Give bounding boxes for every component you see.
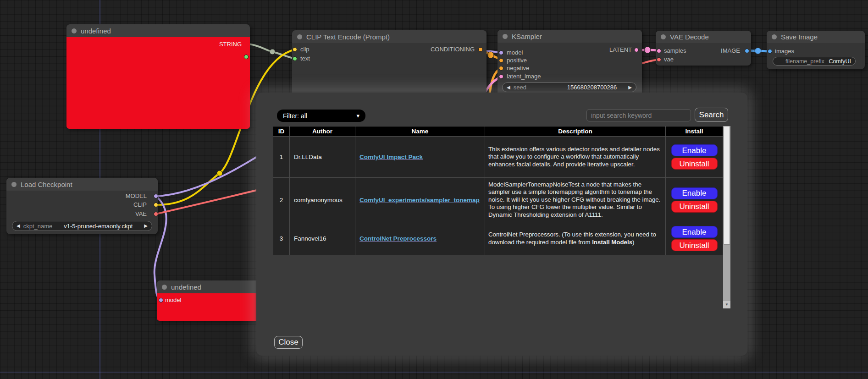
row-id: 3	[273, 222, 290, 255]
row-id: 1	[273, 137, 290, 178]
input-dot-images[interactable]	[768, 49, 772, 54]
next-arrow-icon[interactable]: ▶	[144, 224, 148, 228]
input-dot-negative[interactable]	[499, 66, 503, 71]
search-button[interactable]: Search	[695, 108, 728, 122]
collapse-dot-icon[interactable]	[72, 28, 77, 33]
input-dot-latent-image[interactable]	[499, 74, 503, 79]
seed-widget[interactable]: ◀ seed 156680208700286 ▶	[502, 82, 636, 92]
output-dot-clip[interactable]	[154, 203, 158, 207]
increment-arrow-icon[interactable]: ▶	[628, 85, 632, 90]
table-header-row: ID Author Name Description Install	[273, 126, 723, 137]
input-slot-positive: positive	[507, 57, 527, 64]
chevron-down-icon: ▾	[356, 112, 359, 119]
reroute-dot-latent	[644, 47, 651, 53]
collapse-dot-icon[interactable]	[162, 285, 167, 290]
input-slot-images: images	[775, 48, 794, 55]
output-dot-image[interactable]	[745, 49, 749, 53]
row-description: ControlNet Preprocessors. (To use this e…	[485, 222, 666, 255]
row-author: Dr.Lt.Data	[290, 137, 355, 178]
node-header[interactable]: Save Image	[767, 31, 865, 43]
row-author: Fannovel16	[290, 222, 355, 255]
node-title: Load Checkpoint	[21, 181, 72, 188]
close-button[interactable]: Close	[274, 336, 303, 349]
row-id: 2	[273, 178, 290, 222]
node-header[interactable]: KSampler	[498, 30, 642, 43]
input-slot-latent-image: latent_image	[507, 73, 541, 80]
output-slot-string: STRING	[219, 41, 242, 48]
uninstall-button[interactable]: Uninstall	[671, 158, 718, 170]
node-header[interactable]: Load Checkpoint	[6, 178, 158, 191]
enable-button[interactable]: Enable	[671, 144, 718, 156]
custom-nodes-manager-dialog: Filter: all ▾ Search ID Author Name Desc…	[256, 93, 747, 356]
output-dot-vae[interactable]	[154, 212, 158, 216]
table-scrollbar[interactable]: ▼	[723, 126, 730, 308]
table-row: 1 Dr.Lt.Data ComfyUI Impact Pack This ex…	[273, 137, 723, 178]
decrement-arrow-icon[interactable]: ◀	[507, 85, 510, 90]
scrollbar-thumb[interactable]	[724, 126, 730, 245]
node-undefined-top[interactable]: undefined STRING	[66, 24, 250, 129]
row-description: ModelSamplerTonemapNoiseTest a node that…	[485, 178, 666, 222]
extension-link[interactable]: ComfyUI Impact Pack	[359, 154, 423, 160]
input-slot-model: model	[165, 297, 181, 304]
node-load-checkpoint[interactable]: Load Checkpoint MODEL CLIP VAE ◀ ckpt_na…	[6, 178, 158, 234]
uninstall-button[interactable]: Uninstall	[671, 201, 718, 213]
header-name: Name	[355, 126, 485, 137]
node-header[interactable]: CLIP Text Encode (Prompt)	[292, 30, 487, 43]
extension-link[interactable]: ComfyUI_experiments/sampler_tonemap	[359, 197, 480, 203]
collapse-dot-icon[interactable]	[11, 182, 17, 187]
reroute-dot-image	[755, 48, 761, 54]
input-slot-clip: clip	[300, 46, 310, 53]
node-header[interactable]: undefined	[66, 24, 250, 37]
enable-button[interactable]: Enable	[671, 226, 718, 238]
filename-prefix-value: ComfyUI	[829, 58, 851, 65]
header-install: Install	[666, 126, 723, 137]
table-row: 3 Fannovel16 ControlNet Preprocessors Co…	[273, 222, 723, 255]
search-input[interactable]	[586, 109, 691, 121]
collapse-dot-icon[interactable]	[297, 34, 302, 39]
scroll-down-arrow-icon: ▼	[725, 302, 729, 307]
input-slot-text: text	[300, 55, 310, 62]
output-slot-clip: CLIP	[133, 201, 147, 209]
node-ksampler[interactable]: KSampler model positive negative latent_…	[498, 30, 642, 99]
node-vae-decode[interactable]: VAE Decode samples vae IMAGE	[656, 31, 751, 66]
filename-prefix-widget[interactable]: filename_prefix ComfyUI	[773, 57, 856, 66]
input-dot-model[interactable]	[159, 298, 163, 302]
input-dot-samples[interactable]	[657, 49, 661, 53]
collapse-dot-icon[interactable]	[661, 34, 666, 39]
filter-select-value: Filter: all	[283, 112, 307, 120]
enable-button[interactable]: Enable	[671, 187, 718, 199]
node-body: images filename_prefix ComfyUI	[767, 43, 865, 69]
output-slot-vae: VAE	[135, 210, 147, 218]
extensions-table: ID Author Name Description Install 1 Dr.…	[273, 126, 723, 255]
output-dot-latent[interactable]	[634, 48, 639, 52]
output-dot-model[interactable]	[154, 194, 158, 198]
scrollbar-down-button[interactable]: ▼	[723, 301, 730, 308]
input-dot-model[interactable]	[499, 50, 503, 55]
collapse-dot-icon[interactable]	[772, 34, 777, 39]
output-dot-conditioning[interactable]	[478, 47, 483, 52]
node-body: samples vae IMAGE	[656, 43, 751, 66]
node-title: undefined	[171, 283, 201, 291]
node-title: Save Image	[781, 33, 818, 41]
ckpt-name-label: ckpt_name	[23, 223, 53, 230]
uninstall-button[interactable]: Uninstall	[671, 239, 718, 251]
input-dot-text[interactable]	[293, 56, 297, 61]
node-title: VAE Decode	[670, 33, 709, 41]
input-dot-clip[interactable]	[293, 47, 297, 52]
prev-arrow-icon[interactable]: ◀	[17, 224, 20, 228]
input-dot-positive[interactable]	[499, 58, 503, 63]
ckpt-name-widget[interactable]: ◀ ckpt_name v1-5-pruned-emaonly.ckpt ▶	[12, 221, 152, 231]
seed-widget-label: seed	[514, 84, 526, 91]
collapse-dot-icon[interactable]	[503, 34, 508, 39]
node-save-image[interactable]: Save Image images filename_prefix ComfyU…	[767, 31, 865, 69]
node-header[interactable]: VAE Decode	[656, 31, 751, 43]
filter-select[interactable]: Filter: all ▾	[277, 110, 365, 122]
extension-link[interactable]: ControlNet Preprocessors	[359, 235, 437, 242]
input-dot-vae[interactable]	[657, 57, 661, 62]
output-slot-image: IMAGE	[721, 47, 740, 55]
output-dot-string[interactable]	[244, 55, 249, 59]
output-slot-model: MODEL	[126, 192, 147, 200]
table-row: 2 comfyanonymous ComfyUI_experiments/sam…	[273, 178, 723, 222]
node-title: KSampler	[512, 33, 542, 40]
output-slot-conditioning: CONDITIONING	[431, 46, 475, 53]
